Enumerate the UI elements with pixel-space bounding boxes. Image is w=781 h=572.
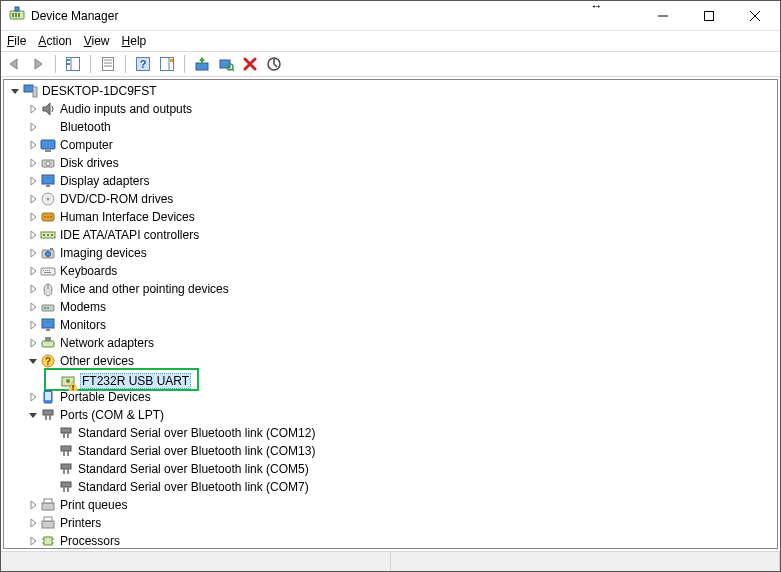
- tree-category-node[interactable]: Computer: [8, 136, 777, 154]
- expand-collapse-icon[interactable]: [26, 266, 40, 276]
- svg-rect-49: [43, 270, 44, 271]
- port-icon: [58, 425, 74, 441]
- maximize-button[interactable]: [686, 1, 732, 31]
- svg-point-40: [50, 216, 52, 218]
- help-button[interactable]: ?: [132, 53, 154, 75]
- resize-grip-icon: ↔: [591, 0, 603, 13]
- menu-view[interactable]: View: [84, 34, 110, 48]
- svg-rect-53: [44, 272, 51, 273]
- svg-rect-78: [67, 451, 69, 456]
- tree-category-node[interactable]: Imaging devices: [8, 244, 777, 262]
- svg-rect-84: [67, 487, 69, 492]
- expand-collapse-icon[interactable]: [26, 302, 40, 312]
- properties-button[interactable]: [97, 53, 119, 75]
- tree-category-node[interactable]: Printers: [8, 514, 777, 532]
- node-label: Disk drives: [60, 156, 119, 170]
- disable-device-button[interactable]: [263, 53, 285, 75]
- tree-category-node[interactable]: Monitors: [8, 316, 777, 334]
- svg-rect-86: [44, 499, 52, 503]
- tree-category-node[interactable]: Keyboards: [8, 262, 777, 280]
- svg-rect-75: [67, 433, 69, 438]
- port-icon: [58, 479, 74, 495]
- tree-device-node[interactable]: Standard Serial over Bluetooth link (COM…: [8, 442, 777, 460]
- expand-collapse-icon[interactable]: [8, 86, 22, 96]
- tree-device-node[interactable]: Standard Serial over Bluetooth link (COM…: [8, 478, 777, 496]
- computer-icon: [22, 83, 38, 99]
- action-pane-button[interactable]: [156, 53, 178, 75]
- tree-category-node[interactable]: Disk drives: [8, 154, 777, 172]
- computer-icon: [40, 137, 56, 153]
- tree-category-node[interactable]: Portable Devices: [8, 388, 777, 406]
- tree-category-node[interactable]: DVD/CD-ROM drives: [8, 190, 777, 208]
- expand-collapse-icon[interactable]: [26, 392, 40, 402]
- expand-collapse-icon[interactable]: [26, 140, 40, 150]
- expand-collapse-icon[interactable]: [26, 410, 40, 420]
- tree-device-node[interactable]: Standard Serial over Bluetooth link (COM…: [8, 424, 777, 442]
- svg-rect-51: [47, 270, 48, 271]
- port-icon: [58, 461, 74, 477]
- back-button[interactable]: [3, 53, 25, 75]
- node-label: IDE ATA/ATAPI controllers: [60, 228, 199, 242]
- menu-file[interactable]: File: [7, 34, 26, 48]
- expand-collapse-icon[interactable]: [26, 338, 40, 348]
- expand-collapse-icon[interactable]: [26, 158, 40, 168]
- tree-category-node[interactable]: Human Interface Devices: [8, 208, 777, 226]
- node-label: Modems: [60, 300, 106, 314]
- node-label: Standard Serial over Bluetooth link (COM…: [78, 480, 309, 494]
- svg-point-39: [47, 216, 49, 218]
- scan-hardware-button[interactable]: [215, 53, 237, 75]
- tree-category-node[interactable]: Modems: [8, 298, 777, 316]
- expand-collapse-icon[interactable]: [26, 500, 40, 510]
- expand-collapse-icon[interactable]: [26, 248, 40, 258]
- expand-collapse-icon[interactable]: [26, 104, 40, 114]
- expand-collapse-icon[interactable]: [26, 122, 40, 132]
- port-icon: [58, 443, 74, 459]
- svg-rect-12: [67, 63, 70, 65]
- node-label: Mice and other pointing devices: [60, 282, 229, 296]
- svg-rect-60: [46, 329, 50, 331]
- status-bar: [1, 551, 780, 571]
- expand-collapse-icon[interactable]: [26, 356, 40, 366]
- menu-action[interactable]: Action: [38, 34, 71, 48]
- device-tree-panel[interactable]: DESKTOP-1DC9FSTAudio inputs and outputsB…: [3, 79, 778, 549]
- node-label: Display adapters: [60, 174, 149, 188]
- audio-icon: [40, 101, 56, 117]
- expand-collapse-icon[interactable]: [26, 176, 40, 186]
- svg-rect-28: [33, 87, 37, 97]
- node-label: Human Interface Devices: [60, 210, 195, 224]
- expand-collapse-icon[interactable]: [26, 536, 40, 546]
- svg-rect-11: [67, 59, 70, 61]
- uninstall-device-button[interactable]: [239, 53, 261, 75]
- expand-collapse-icon[interactable]: [26, 320, 40, 330]
- forward-button[interactable]: [27, 53, 49, 75]
- tree-category-node[interactable]: Mice and other pointing devices: [8, 280, 777, 298]
- expand-collapse-icon[interactable]: [26, 284, 40, 294]
- close-button[interactable]: [732, 1, 778, 31]
- svg-rect-48: [41, 268, 55, 275]
- tree-category-node[interactable]: IDE ATA/ATAPI controllers: [8, 226, 777, 244]
- expand-collapse-icon[interactable]: [26, 194, 40, 204]
- expand-collapse-icon[interactable]: [26, 230, 40, 240]
- printqueue-icon: [40, 497, 56, 513]
- update-driver-button[interactable]: [191, 53, 213, 75]
- tree-category-node[interactable]: Audio inputs and outputs: [8, 100, 777, 118]
- svg-rect-79: [61, 464, 71, 469]
- tree-category-node[interactable]: Network adapters: [8, 334, 777, 352]
- svg-rect-89: [44, 537, 52, 545]
- tree-category-node[interactable]: Display adapters: [8, 172, 777, 190]
- tree-category-node[interactable]: Bluetooth: [8, 118, 777, 136]
- menu-help[interactable]: Help: [122, 34, 147, 48]
- show-hide-console-tree-button[interactable]: [62, 53, 84, 75]
- imaging-icon: [40, 245, 56, 261]
- tree-category-node[interactable]: Processors: [8, 532, 777, 549]
- expand-collapse-icon[interactable]: [26, 212, 40, 222]
- tree-category-node[interactable]: Ports (COM & LPT): [8, 406, 777, 424]
- expand-collapse-icon[interactable]: [26, 518, 40, 528]
- tree-category-node[interactable]: Print queues: [8, 496, 777, 514]
- node-label: Network adapters: [60, 336, 154, 350]
- tree-device-node[interactable]: !FT232R USB UART: [8, 370, 777, 388]
- tree-device-node[interactable]: Standard Serial over Bluetooth link (COM…: [8, 460, 777, 478]
- tree-root-node[interactable]: DESKTOP-1DC9FST: [8, 82, 777, 100]
- svg-rect-34: [46, 185, 50, 187]
- minimize-button[interactable]: [640, 1, 686, 31]
